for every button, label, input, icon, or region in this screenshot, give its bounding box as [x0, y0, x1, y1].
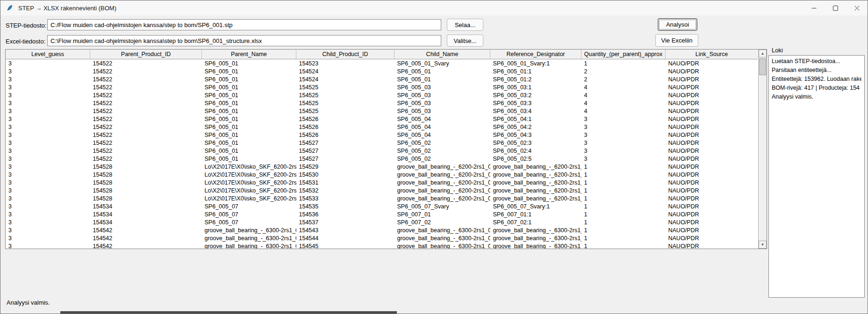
table-row[interactable]: 3154522SP6_005_01154523SP6_005_01_SvaryS…	[6, 59, 758, 68]
table-cell: 3	[581, 147, 666, 155]
log-box[interactable]: Luetaan STEP-tiedostoa...Parsitaan entit…	[768, 55, 865, 298]
table-row[interactable]: 3154528Lo\X2\017E\X0\isko_SKF_6200-2rs15…	[6, 194, 758, 202]
table-cell: 1	[581, 226, 666, 234]
table-cell: 154522	[90, 75, 202, 83]
vertical-scrollbar[interactable]: ▲ ▼	[758, 50, 767, 249]
table-row[interactable]: 3154522SP6_005_01154527SP6_005_02SP6_005…	[6, 155, 758, 163]
table-cell: SP6_005_01_Svary	[395, 59, 490, 68]
table-cell: 3	[581, 155, 666, 163]
excel-file-input[interactable]	[47, 35, 441, 46]
table-cell: SP6_005_03:1	[490, 83, 581, 91]
maximize-button[interactable]	[825, 0, 846, 15]
table-cell: SP6_005_01_Svary:1	[490, 59, 581, 68]
table-cell: 154522	[90, 91, 202, 99]
table-row[interactable]: 3154522SP6_005_01154525SP6_005_03SP6_005…	[6, 83, 758, 91]
scroll-up-button[interactable]: ▲	[759, 50, 767, 57]
table-cell: SP6_005_03	[395, 99, 490, 107]
step-file-label: STEP-tiedosto:	[6, 22, 46, 29]
table-cell: SP6_005_01	[202, 107, 296, 115]
table-row[interactable]: 3154534SP6_005_07154537SP6_007_02SP6_007…	[6, 218, 758, 226]
table-row[interactable]: 3154528Lo\X2\017E\X0\isko_SKF_6200-2rs15…	[6, 171, 758, 178]
table-cell: 3	[6, 99, 90, 107]
table-row[interactable]: 3154528Lo\X2\017E\X0\isko_SKF_6200-2rs15…	[6, 163, 758, 171]
table-cell: SP6_005_02:5	[490, 155, 581, 163]
table-cell: SP6_005_04	[395, 115, 490, 123]
table-row[interactable]: 3154528Lo\X2\017E\X0\isko_SKF_6200-2rs15…	[6, 178, 758, 186]
table-cell: 154522	[90, 99, 202, 107]
table-cell: NAUO/PDR	[666, 171, 758, 178]
table-cell: 3	[6, 242, 90, 249]
table-row[interactable]: 3154522SP6_005_01154526SP6_005_04SP6_005…	[6, 131, 758, 139]
column-header[interactable]: Parent_Name	[202, 50, 296, 59]
table-cell: 154525	[296, 83, 395, 91]
table-cell: SP6_005_01	[202, 59, 296, 68]
table-row[interactable]: 3154542groove_ball_bearing_-_6300-2rs1_0…	[6, 242, 758, 249]
status-text: Analyysi valmis.	[7, 299, 50, 306]
table-cell: 3	[6, 210, 90, 218]
table-cell: 1	[581, 178, 666, 186]
column-header[interactable]: Reference_Designator	[490, 50, 581, 59]
close-button[interactable]	[846, 0, 868, 15]
table-row[interactable]: 3154534SP6_005_07154535SP6_005_07_SvaryS…	[6, 202, 758, 210]
scrollbar-thumb[interactable]	[759, 58, 766, 75]
table-row[interactable]: 3154528Lo\X2\017E\X0\isko_SKF_6200-2rs15…	[6, 186, 758, 194]
table-cell: 3	[6, 91, 90, 99]
table-row[interactable]: 3154522SP6_005_01154524SP6_005_01SP6_005…	[6, 67, 758, 75]
table-row[interactable]: 3154534SP6_005_07154536SP6_007_01SP6_007…	[6, 210, 758, 218]
log-label: Loki	[772, 47, 783, 54]
table-cell: 154537	[296, 218, 395, 226]
table-cell: NAUO/PDR	[666, 155, 758, 163]
table-row[interactable]: 3154522SP6_005_01154526SP6_005_04SP6_005…	[6, 115, 758, 123]
table-cell: 154545	[296, 242, 395, 249]
minimize-button[interactable]	[803, 0, 825, 15]
table-cell: SP6_005_01	[395, 67, 490, 75]
table-cell: 154523	[296, 59, 395, 68]
table-cell: 154522	[90, 107, 202, 115]
table-cell: 3	[6, 226, 90, 234]
table-row[interactable]: 3154522SP6_005_01154527SP6_005_02SP6_005…	[6, 147, 758, 155]
step-file-input[interactable]	[47, 19, 441, 30]
titlebar[interactable]: STEP → XLSX rakennevienti (BOM)	[0, 0, 868, 15]
table-row[interactable]: 3154522SP6_005_01154525SP6_005_03SP6_005…	[6, 91, 758, 99]
column-header[interactable]: Link_Source	[666, 50, 758, 59]
column-header[interactable]: Child_Product_ID	[296, 50, 395, 59]
table-cell: 1	[581, 59, 666, 68]
table-cell: 3	[6, 115, 90, 123]
table-row[interactable]: 3154522SP6_005_01154527SP6_005_02SP6_005…	[6, 139, 758, 147]
table-cell: groove_ball_bearing_-_6300-2rs1_0	[202, 234, 296, 242]
analyze-button[interactable]: Analysoi	[658, 18, 697, 31]
table-cell: SP6_005_04:2	[490, 123, 581, 131]
table-cell: SP6_005_01	[202, 155, 296, 163]
table-row[interactable]: 3154522SP6_005_01154525SP6_005_03SP6_005…	[6, 99, 758, 107]
table-cell: SP6_005_03:2	[490, 91, 581, 99]
table-row[interactable]: 3154542groove_ball_bearing_-_6300-2rs1_0…	[6, 226, 758, 234]
table-row[interactable]: 3154522SP6_005_01154525SP6_005_03SP6_005…	[6, 107, 758, 115]
column-header[interactable]: Child_Name	[395, 50, 490, 59]
browse-excel-button[interactable]: Valitse...	[447, 35, 483, 47]
table-cell: 154528	[90, 186, 202, 194]
table-cell: 154532	[296, 186, 395, 194]
table-row[interactable]: 3154522SP6_005_01154524SP6_005_01SP6_005…	[6, 75, 758, 83]
table-row[interactable]: 3154522SP6_005_01154526SP6_005_04SP6_005…	[6, 123, 758, 131]
table-cell: 1	[581, 234, 666, 242]
table-cell: 154526	[296, 123, 395, 131]
table-cell: NAUO/PDR	[666, 178, 758, 186]
scroll-up-icon: ▲	[761, 51, 765, 56]
column-header[interactable]: Level_guess	[6, 50, 90, 59]
export-excel-button[interactable]: Vie Exceliin	[655, 34, 698, 47]
column-header[interactable]: Parent_Product_ID	[90, 50, 202, 59]
table-cell: 3	[581, 131, 666, 139]
table-body: 3154522SP6_005_01154523SP6_005_01_SvaryS…	[6, 59, 758, 249]
table-cell: SP6_005_02:4	[490, 147, 581, 155]
scroll-down-button[interactable]: ▼	[759, 241, 767, 249]
table-cell: NAUO/PDR	[666, 242, 758, 249]
table-row[interactable]: 3154542groove_ball_bearing_-_6300-2rs1_0…	[6, 234, 758, 242]
browse-step-button[interactable]: Selaa...	[447, 19, 483, 31]
table-cell: SP6_005_01	[202, 131, 296, 139]
table-cell: 154528	[90, 178, 202, 186]
table-cell: 3	[6, 75, 90, 83]
table-cell: 3	[6, 155, 90, 163]
column-header[interactable]: Quantity_(per_parent)_approx	[581, 50, 666, 59]
table-cell: 3	[6, 147, 90, 155]
table-cell: groove_ball_bearing_-_6300-2rs1_0_C	[395, 242, 490, 249]
